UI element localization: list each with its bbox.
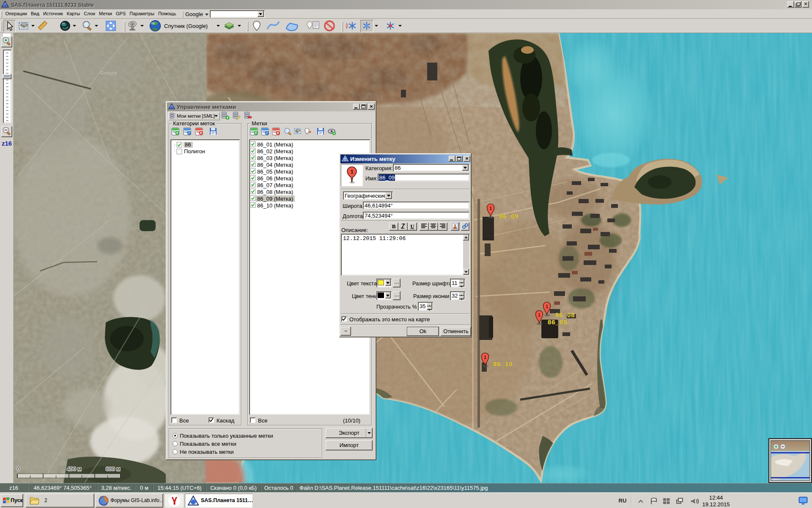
svg-text:1: 1 [484, 355, 486, 360]
svg-text:86_05: 86_05 [548, 318, 568, 326]
svg-text:Полигон: Полигон [184, 148, 205, 155]
svg-text:800 м: 800 м [106, 466, 120, 472]
svg-text:86_05 (Метка): 86_05 (Метка) [257, 168, 293, 175]
svg-text:86_10 (Метка): 86_10 (Метка) [257, 202, 293, 209]
svg-text:0: 0 [17, 466, 20, 472]
svg-text:Google: Google [100, 70, 117, 75]
svg-text:1: 1 [546, 304, 548, 309]
svg-text:86_07 (Метка): 86_07 (Метка) [257, 182, 293, 188]
svg-text:86_09: 86_09 [499, 213, 519, 220]
svg-text:1: 1 [489, 206, 492, 211]
svg-text:86_06 (Метка): 86_06 (Метка) [257, 175, 293, 182]
svg-text:86_01 (Метка): 86_01 (Метка) [257, 141, 293, 148]
svg-text:1: 1 [350, 168, 353, 175]
svg-text:86_10: 86_10 [493, 360, 513, 367]
svg-text:86_08: 86_08 [555, 311, 575, 318]
svg-text:1: 1 [538, 313, 540, 318]
svg-text:86_04 (Метка): 86_04 (Метка) [257, 162, 293, 168]
svg-text:86_02 (Метка): 86_02 (Метка) [257, 148, 293, 155]
svg-text:86: 86 [185, 141, 191, 148]
svg-text:86_09 (Метка): 86_09 (Метка) [257, 196, 293, 202]
svg-text:400 м: 400 м [67, 466, 81, 472]
svg-text:86_08 (Метка): 86_08 (Метка) [257, 189, 293, 195]
svg-text:86_03 (Метка): 86_03 (Метка) [257, 155, 293, 161]
